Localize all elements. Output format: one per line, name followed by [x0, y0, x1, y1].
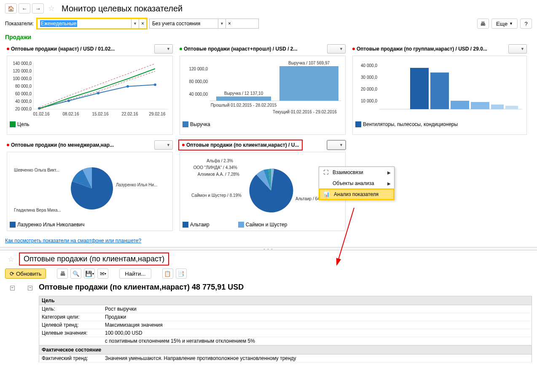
svg-text:80 000,00: 80 000,00: [189, 79, 208, 84]
more-button[interactable]: Еще ▼: [491, 19, 518, 29]
find-button[interactable]: Найти...: [119, 268, 151, 279]
svg-text:60 000,0: 60 000,0: [15, 91, 32, 96]
filter-label: Показатели:: [5, 21, 34, 27]
resize-handle[interactable]: • • •: [0, 247, 537, 250]
svg-text:80 000,0: 80 000,0: [15, 84, 32, 89]
svg-text:15.02.16: 15.02.16: [92, 112, 109, 116]
period-combo[interactable]: Еженедельные ▼ ×: [37, 19, 147, 29]
card-menu-button[interactable]: ▼: [508, 44, 527, 54]
help-button[interactable]: ?: [520, 19, 532, 29]
tree-toggle[interactable]: −: [28, 286, 32, 290]
context-menu: ⛶ Взаимосвязи▶ Объекты анализа▶ 📊 Анализ…: [319, 166, 395, 200]
card-menu-button[interactable]: ▼: [154, 140, 173, 150]
svg-text:120 000,0: 120 000,0: [13, 69, 32, 73]
save-button[interactable]: 💾▾: [84, 268, 95, 279]
svg-text:Алхимов А.А. / 7.28%: Алхимов А.А. / 7.28%: [198, 172, 239, 177]
detail-title: Оптовые продажи (по клиентам,нараст): [20, 254, 168, 264]
line-chart: 140 000,0120 000,0 100 000,080 000,0 60 …: [7, 56, 173, 135]
menu-analysis-objects[interactable]: Объекты анализа▶: [319, 178, 394, 189]
svg-text:20 000,0: 20 000,0: [361, 87, 377, 91]
svg-text:Лазуренко Илья Ни...: Лазуренко Илья Ни...: [116, 183, 157, 187]
svg-text:140 000,0: 140 000,0: [13, 61, 32, 66]
card-menu-button[interactable]: ▼: [154, 44, 173, 54]
favorite-star-icon[interactable]: ☆: [48, 4, 55, 13]
variants-button[interactable]: 📑: [176, 268, 187, 279]
status-dot: [180, 48, 182, 50]
card-wholesale-managers: Оптовые продажи (по менеджерам,нар... ▼ …: [3, 138, 176, 234]
legend-swatch: [238, 222, 244, 228]
card-menu-button[interactable]: ▼: [327, 140, 346, 150]
state-input[interactable]: [150, 19, 218, 28]
forward-button[interactable]: →: [32, 3, 44, 13]
svg-text:20 000,0: 20 000,0: [15, 107, 32, 111]
svg-point-13: [154, 83, 156, 86]
svg-text:10 000,0: 10 000,0: [361, 99, 377, 103]
svg-rect-36: [451, 101, 469, 109]
menu-indicator-analysis[interactable]: 📊 Анализ показателя: [319, 189, 394, 200]
section-goal: Цель: [39, 296, 532, 305]
page-title: Монитор целевых показателей: [62, 4, 183, 13]
svg-point-12: [126, 85, 129, 88]
card-wholesale-groups: Оптовые продажи (по группам,нараст) / US…: [349, 42, 530, 138]
pie-chart-managers: Шевченко Ольга Викт... Лазуренко Илья Ни…: [7, 152, 173, 231]
preview-button[interactable]: 🔍: [70, 268, 81, 279]
svg-rect-23: [216, 97, 271, 101]
clear-icon[interactable]: ×: [139, 19, 146, 28]
legend-swatch: [183, 121, 188, 127]
refresh-button[interactable]: ⟳Обновить: [5, 268, 46, 279]
svg-rect-35: [430, 72, 449, 109]
home-button[interactable]: 🏠: [5, 3, 17, 13]
chevron-down-icon[interactable]: ▼: [218, 19, 226, 28]
svg-text:Выручка / 12 137,10: Выручка / 12 137,10: [224, 91, 263, 96]
bar-chart-groups: 40 000,030 000,020 000,010 000,0 Вентиля…: [352, 56, 527, 135]
report-title: Оптовые продажи (по клиентам,нараст) 48 …: [39, 283, 532, 292]
svg-text:40 000,0: 40 000,0: [361, 63, 377, 68]
tree-toggle[interactable]: −: [10, 286, 15, 290]
card-menu-button[interactable]: ▼: [327, 44, 346, 54]
section-heading: Продажи: [0, 32, 537, 42]
svg-text:Гладилина Вера Миха...: Гладилина Вера Миха...: [14, 208, 61, 212]
print-button[interactable]: 🖶: [477, 19, 489, 29]
svg-point-11: [97, 92, 99, 94]
svg-text:01.02.16: 01.02.16: [33, 112, 50, 116]
legend-swatch: [10, 222, 16, 228]
status-dot: [7, 48, 9, 50]
section-fact: Фактическое состояние: [39, 345, 532, 354]
svg-text:40 000,0: 40 000,0: [15, 99, 32, 104]
svg-text:30 000,0: 30 000,0: [361, 75, 377, 80]
svg-text:120 000,0: 120 000,0: [189, 67, 208, 71]
svg-text:40 000,00: 40 000,00: [189, 92, 208, 97]
svg-text:Альфа / 2.3%: Альфа / 2.3%: [207, 158, 233, 163]
legend-swatch: [355, 121, 361, 127]
settings-button[interactable]: 📋: [162, 268, 173, 279]
back-button[interactable]: ←: [19, 3, 30, 13]
relations-icon: ⛶: [323, 169, 328, 175]
status-dot: [352, 48, 355, 50]
svg-rect-34: [410, 68, 429, 109]
svg-text:29.02.16: 29.02.16: [149, 112, 166, 116]
status-dot: [7, 144, 9, 146]
clear-icon[interactable]: ×: [226, 19, 233, 28]
refresh-icon: ⟳: [10, 271, 14, 277]
svg-text:Выручка / 107 569,97: Выручка / 107 569,97: [288, 61, 330, 65]
print-button[interactable]: 🖶: [57, 268, 68, 279]
state-combo[interactable]: ▼ ×: [149, 19, 259, 29]
email-button[interactable]: ✉▾: [97, 268, 108, 279]
svg-rect-38: [491, 105, 504, 109]
menu-relations[interactable]: ⛶ Взаимосвязи▶: [319, 167, 394, 178]
svg-text:22.02.16: 22.02.16: [122, 112, 138, 116]
favorite-star-icon[interactable]: ☆: [8, 255, 14, 264]
svg-text:Саймон и Шустер / 8.19%: Саймон и Шустер / 8.19%: [191, 193, 242, 198]
svg-text:100 000,0: 100 000,0: [13, 76, 32, 81]
chart-icon: 📊: [323, 191, 330, 197]
legend-swatch: [10, 121, 16, 127]
svg-text:08.02.16: 08.02.16: [63, 112, 79, 116]
bar-chart: 120 000,080 000,0040 000,00 Выручка / 12…: [180, 56, 346, 135]
chevron-down-icon[interactable]: ▼: [131, 19, 139, 28]
card-wholesale-prev: Оптовые продажи (нараст+прошл) / USD / 2…: [176, 42, 349, 138]
smartphone-link[interactable]: Как посмотреть показатели на смартфоне и…: [0, 234, 146, 247]
svg-rect-39: [505, 106, 518, 109]
svg-text:Шевченко Ольга Викт...: Шевченко Ольга Викт...: [14, 168, 59, 172]
status-dot: [182, 144, 185, 146]
svg-rect-24: [279, 66, 338, 101]
